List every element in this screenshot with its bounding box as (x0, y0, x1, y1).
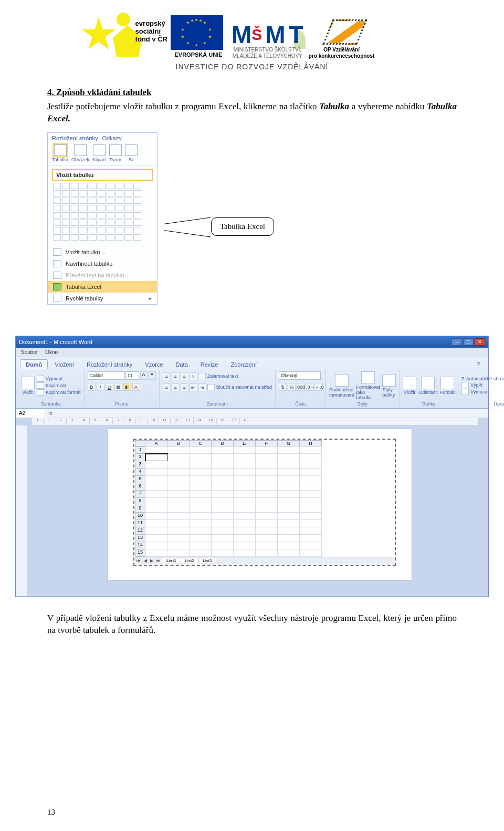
font-size-select[interactable]: 11 (125, 371, 139, 380)
cell[interactable] (300, 491, 322, 498)
row-header[interactable]: 9 (135, 505, 145, 513)
column-header[interactable]: B (167, 440, 190, 446)
cell[interactable] (145, 454, 167, 461)
cell[interactable] (190, 498, 212, 505)
row-header[interactable]: 5 (135, 476, 145, 483)
cell[interactable] (300, 454, 322, 461)
cell[interactable] (234, 461, 256, 469)
fx-icon[interactable]: fx (45, 410, 56, 416)
cell[interactable] (234, 498, 256, 505)
cell[interactable] (212, 513, 234, 520)
cell[interactable] (300, 476, 322, 483)
cell[interactable] (278, 454, 300, 461)
column-header[interactable]: G (278, 440, 300, 446)
cell[interactable] (300, 446, 322, 454)
cell[interactable] (256, 454, 278, 461)
ribbon-shapes-button[interactable]: Tvary (109, 144, 122, 162)
ribbon-table-button[interactable]: Tabulka (52, 144, 68, 162)
cell[interactable] (167, 469, 190, 476)
cell[interactable] (234, 454, 256, 461)
format-as-table-button[interactable]: Formátovat jako tabulku (356, 371, 381, 400)
menu-item[interactable]: Rychlé tabulky▸ (48, 293, 157, 304)
currency-button[interactable]: $ (279, 383, 287, 391)
underline-button[interactable]: U (106, 383, 113, 391)
cell[interactable] (190, 476, 212, 483)
cell[interactable] (212, 549, 234, 557)
bold-button[interactable]: B (88, 383, 96, 391)
cell[interactable] (278, 535, 300, 542)
minimize-button[interactable]: – (452, 338, 462, 346)
tab-view[interactable]: Zobrazení (225, 359, 262, 369)
cell[interactable] (234, 549, 256, 557)
cell[interactable] (256, 505, 278, 513)
sheet-tab[interactable]: List2 (181, 558, 199, 563)
cell[interactable] (234, 527, 256, 535)
cell[interactable] (234, 491, 256, 498)
sheet-nav-prev[interactable]: ◀ (142, 558, 149, 563)
row-header[interactable]: 7 (135, 491, 145, 498)
cell-styles-button[interactable]: Styly buňky (382, 374, 396, 398)
cell[interactable] (145, 513, 167, 520)
cell[interactable] (300, 513, 322, 520)
cell[interactable] (256, 549, 278, 557)
cell[interactable] (234, 513, 256, 520)
cell[interactable] (190, 446, 212, 454)
format-cells-button[interactable]: Formát (440, 377, 455, 395)
cell[interactable] (145, 491, 167, 498)
ribbon-clipart-button[interactable]: Klipart (92, 144, 106, 162)
row-header[interactable]: 10 (135, 513, 145, 520)
tab-insert[interactable]: Vložení (49, 359, 80, 369)
copy-button[interactable]: Kopírovat (37, 382, 81, 389)
cell[interactable] (278, 446, 300, 454)
cell[interactable] (234, 542, 256, 549)
cell[interactable] (256, 461, 278, 469)
tab-formulas[interactable]: Vzorce (139, 359, 169, 369)
cell[interactable] (167, 446, 190, 454)
cell[interactable] (145, 469, 167, 476)
cell[interactable] (167, 513, 190, 520)
cell[interactable] (167, 549, 190, 557)
cell[interactable] (278, 491, 300, 498)
row-header[interactable]: 2 (135, 454, 145, 461)
cell[interactable] (167, 476, 190, 483)
cut-button[interactable]: Vyjmout (37, 376, 81, 382)
cell[interactable] (167, 520, 190, 527)
cell[interactable] (145, 498, 167, 505)
cell[interactable] (234, 469, 256, 476)
merge-center-button[interactable]: Sloučit a zarovnat na střed (207, 383, 272, 391)
cell[interactable] (212, 461, 234, 469)
fill-color-button[interactable]: ◧ (123, 383, 131, 391)
cell[interactable] (145, 527, 167, 535)
cell[interactable] (145, 483, 167, 491)
name-box[interactable]: A2 (16, 409, 45, 418)
cell[interactable] (234, 446, 256, 454)
tab-review[interactable]: Revize (195, 359, 224, 369)
cell[interactable] (300, 535, 322, 542)
menu-item[interactable]: Vložit tabulku… (48, 246, 157, 258)
wrap-text-button[interactable]: Zalamovat text (198, 372, 238, 380)
cell[interactable] (234, 483, 256, 491)
cell[interactable] (145, 476, 167, 483)
insert-table-grid[interactable] (48, 183, 157, 244)
number-format-select[interactable]: Obecný (279, 371, 321, 380)
column-header[interactable]: H (300, 440, 322, 446)
paste-button[interactable]: Vložit (21, 377, 35, 395)
align-bot-button[interactable]: ≡ (181, 372, 188, 380)
clear-button[interactable]: Vymazat (461, 389, 504, 395)
cell[interactable] (167, 483, 190, 491)
cell[interactable] (212, 469, 234, 476)
cell[interactable] (300, 520, 322, 527)
sheet-tab[interactable]: List3 (199, 558, 217, 563)
cell[interactable] (300, 542, 322, 549)
cell[interactable] (190, 549, 212, 557)
cell[interactable] (190, 535, 212, 542)
cell[interactable] (190, 527, 212, 535)
cell[interactable] (300, 469, 322, 476)
cell[interactable] (145, 505, 167, 513)
cell[interactable] (167, 535, 190, 542)
cell[interactable] (278, 505, 300, 513)
ribbon-more-button[interactable]: Sr (125, 144, 138, 162)
cell[interactable] (256, 542, 278, 549)
cell[interactable] (256, 498, 278, 505)
align-right-button[interactable]: ≡ (181, 383, 188, 391)
